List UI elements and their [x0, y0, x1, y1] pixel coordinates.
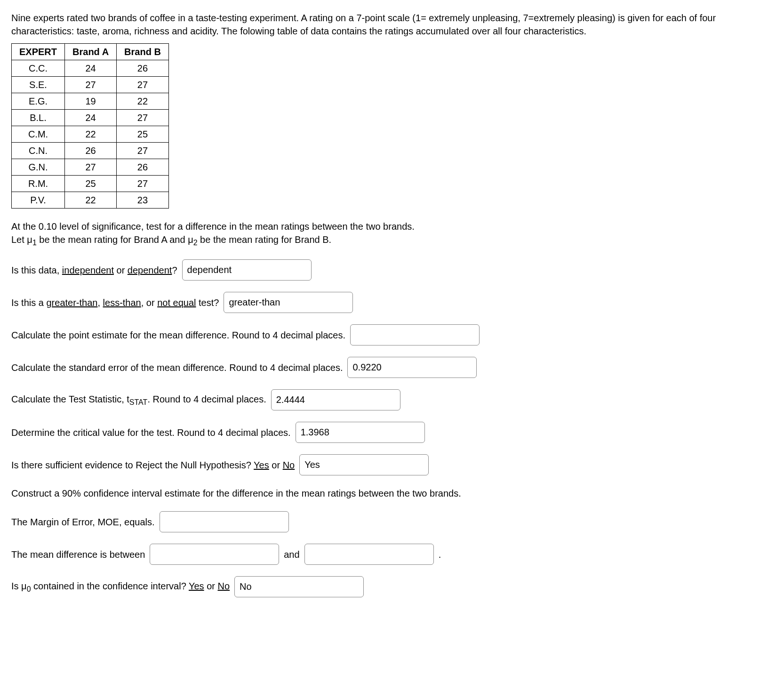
- mu2-subscript: 2: [193, 239, 198, 247]
- dependent-input[interactable]: [182, 259, 312, 281]
- question-critical-value: Determine the critical value for the tes…: [11, 422, 773, 443]
- test-type-input[interactable]: [224, 292, 353, 313]
- table-row: C.C.2426: [12, 60, 169, 77]
- q4-text: Calculate the standard error of the mean…: [11, 361, 343, 374]
- expert-cell: B.L.: [12, 110, 65, 126]
- brand-b-cell: 22: [117, 93, 169, 110]
- q2-text: , or: [141, 297, 157, 308]
- significance-statement: At the 0.10 level of significance, test …: [11, 220, 773, 233]
- expert-cell: C.N.: [12, 143, 65, 159]
- table-row: S.E.2727: [12, 77, 169, 93]
- q2-text: test?: [196, 297, 219, 308]
- q7-text: Is there sufficient evidence to Reject t…: [11, 460, 254, 470]
- expert-cell: C.M.: [12, 126, 65, 143]
- expert-cell: E.G.: [12, 93, 65, 110]
- point-estimate-input[interactable]: [350, 324, 480, 346]
- brand-a-cell: 26: [65, 143, 117, 159]
- table-row: R.M.2527: [12, 176, 169, 192]
- brand-b-cell: 27: [117, 176, 169, 192]
- question-mu0-contained: Is μ0 contained in the confidence interv…: [11, 576, 773, 597]
- brand-b-cell: 25: [117, 126, 169, 143]
- interval-lower-input[interactable]: [150, 544, 279, 565]
- standard-error-input[interactable]: [347, 357, 477, 378]
- brand-b-cell: 26: [117, 60, 169, 77]
- q1-text: ?: [172, 265, 177, 275]
- q2-option-notequal: not equal: [157, 297, 196, 308]
- let-text: be the mean rating for Brand A and μ: [37, 234, 193, 245]
- test-statistic-input[interactable]: [271, 389, 400, 410]
- q1-option-independent: independent: [62, 265, 114, 275]
- q1-text: or: [114, 265, 128, 275]
- question-dependent-independent: Is this data, independent or dependent?: [11, 259, 773, 281]
- q1-text: Is this data,: [11, 265, 62, 275]
- question-standard-error: Calculate the standard error of the mean…: [11, 357, 773, 378]
- tstat-subscript: STAT: [129, 398, 148, 406]
- brand-b-cell: 23: [117, 192, 169, 209]
- let-text: be the mean rating for Brand B.: [198, 234, 332, 245]
- table-row: E.G.1922: [12, 93, 169, 110]
- q6-text: Determine the critical value for the tes…: [11, 426, 291, 439]
- brand-b-cell: 27: [117, 143, 169, 159]
- q10-option-no: No: [218, 581, 230, 591]
- question-reject-null: Is there sufficient evidence to Reject t…: [11, 454, 773, 475]
- brand-a-cell: 27: [65, 159, 117, 176]
- question-test-statistic: Calculate the Test Statistic, tSTAT. Rou…: [11, 389, 773, 410]
- q7-option-yes: Yes: [254, 460, 269, 470]
- mu0-contained-input[interactable]: [234, 576, 364, 597]
- q7-option-no: No: [283, 460, 295, 470]
- problem-intro: Nine experts rated two brands of coffee …: [11, 11, 773, 38]
- brand-b-cell: 26: [117, 159, 169, 176]
- expert-cell: S.E.: [12, 77, 65, 93]
- interval-upper-input[interactable]: [304, 544, 434, 565]
- q5-text: . Round to 4 decimal places.: [147, 394, 266, 404]
- reject-null-input[interactable]: [299, 454, 429, 475]
- brand-b-cell: 27: [117, 110, 169, 126]
- question-point-estimate: Calculate the point estimate for the mea…: [11, 324, 773, 346]
- q2-option-greater: greater-than: [46, 297, 97, 308]
- q1-option-dependent: dependent: [128, 265, 172, 275]
- table-row: P.V.2223: [12, 192, 169, 209]
- mu0-subscript: 0: [27, 585, 31, 593]
- mu1-subscript: 1: [32, 239, 37, 247]
- ci-intro: Construct a 90% confidence interval esti…: [11, 487, 773, 500]
- q9-dot: .: [439, 548, 441, 561]
- table-row: C.N.2627: [12, 143, 169, 159]
- moe-input[interactable]: [160, 511, 289, 532]
- q10-text: Is μ: [11, 581, 27, 591]
- brand-a-cell: 22: [65, 192, 117, 209]
- expert-cell: G.N.: [12, 159, 65, 176]
- let-text: Let μ: [11, 234, 32, 245]
- expert-cell: P.V.: [12, 192, 65, 209]
- let-statement: Let μ1 be the mean rating for Brand A an…: [11, 233, 773, 248]
- hypothesis-setup: At the 0.10 level of significance, test …: [11, 220, 773, 248]
- brand-a-cell: 24: [65, 60, 117, 77]
- critical-value-input[interactable]: [296, 422, 425, 443]
- question-test-type: Is this a greater-than, less-than, or no…: [11, 292, 773, 313]
- brand-a-cell: 22: [65, 126, 117, 143]
- q2-text: ,: [97, 297, 103, 308]
- q7-text: or: [269, 460, 283, 470]
- expert-cell: R.M.: [12, 176, 65, 192]
- question-moe: The Margin of Error, MOE, equals.: [11, 511, 773, 532]
- brand-a-cell: 27: [65, 77, 117, 93]
- q10-option-yes: Yes: [189, 581, 204, 591]
- col-header-expert: EXPERT: [12, 44, 65, 60]
- q5-text: Calculate the Test Statistic, t: [11, 394, 129, 404]
- col-header-brand-a: Brand A: [65, 44, 117, 60]
- brand-a-cell: 24: [65, 110, 117, 126]
- q9-text: The mean difference is between: [11, 548, 145, 561]
- q10-text: contained in the confidence interval?: [31, 581, 189, 591]
- q10-text: or: [204, 581, 218, 591]
- q3-text: Calculate the point estimate for the mea…: [11, 329, 345, 342]
- table-row: B.L.2427: [12, 110, 169, 126]
- q9-and: and: [284, 548, 299, 561]
- table-row: G.N.2726: [12, 159, 169, 176]
- q2-text: Is this a: [11, 297, 46, 308]
- expert-cell: C.C.: [12, 60, 65, 77]
- col-header-brand-b: Brand B: [117, 44, 169, 60]
- table-row: C.M.2225: [12, 126, 169, 143]
- brand-a-cell: 25: [65, 176, 117, 192]
- brand-b-cell: 27: [117, 77, 169, 93]
- brand-a-cell: 19: [65, 93, 117, 110]
- ratings-table: EXPERT Brand A Brand B C.C.2426S.E.2727E…: [11, 43, 169, 209]
